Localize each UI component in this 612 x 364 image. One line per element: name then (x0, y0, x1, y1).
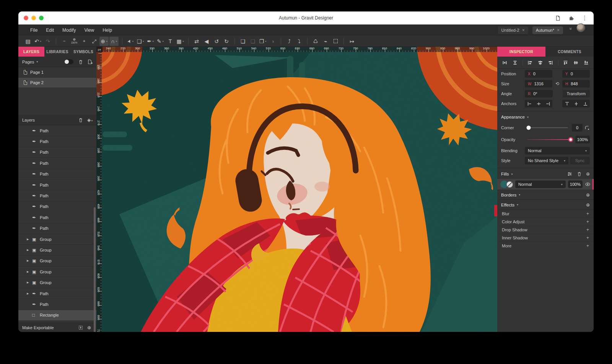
minimize-window-button[interactable] (31, 16, 36, 20)
layer-row[interactable]: Path (18, 299, 96, 310)
menu-item[interactable]: Help (98, 28, 116, 33)
layer-row[interactable]: Group (18, 277, 96, 288)
canvas[interactable]: 2402703003303603904204504805105405706006… (96, 47, 497, 332)
fills-header[interactable]: Fills▾ (497, 169, 594, 179)
pen-tool-icon[interactable]: ✒ ▾ (146, 37, 155, 46)
pages-toggle[interactable] (64, 59, 73, 64)
effect-row[interactable]: More (497, 242, 594, 250)
close-icon[interactable]: × (557, 28, 560, 33)
shape-tool-icon[interactable]: ❑ ▾ (136, 37, 145, 46)
menu-item[interactable]: File (26, 28, 42, 33)
group-icon[interactable]: ❏ ▾ (238, 37, 247, 46)
effects-header[interactable]: Effects▾ (497, 200, 594, 210)
layer-row[interactable]: Path (18, 180, 96, 190)
anchor-right-icon[interactable] (545, 101, 550, 106)
expand-arrow-icon[interactable] (27, 281, 32, 284)
transform-button[interactable]: Transform (563, 90, 590, 98)
corner-slider[interactable] (527, 127, 568, 128)
rotation-field[interactable]: R0° (525, 90, 553, 98)
chevron-double-icon[interactable]: » (568, 28, 574, 30)
page-row[interactable]: Page 1 (18, 67, 96, 78)
trash-icon[interactable] (78, 117, 83, 123)
position-x-field[interactable]: X0 (525, 70, 552, 78)
add-export-icon[interactable] (87, 325, 93, 330)
redo-icon[interactable]: ↷ ▾ (43, 37, 52, 46)
shared-style-dropdown[interactable]: No Shared Style▾ (525, 157, 568, 164)
left-panel-tab[interactable]: SYMBOLS (70, 47, 96, 57)
align-right-icon[interactable] (548, 60, 553, 65)
corner-value[interactable]: 0 (572, 124, 583, 132)
add-page-icon[interactable] (87, 59, 93, 65)
ungroup-icon[interactable]: ❏ ▾ (248, 37, 257, 46)
layer-row[interactable]: Path (18, 169, 96, 180)
close-icon[interactable]: × (522, 28, 525, 33)
trash-icon[interactable] (576, 171, 582, 177)
caret-down-icon[interactable]: ▾ (36, 60, 38, 63)
bring-forward-icon[interactable]: ⤴ ▾ (285, 37, 294, 46)
zoom-out-icon[interactable]: − ▾ (60, 37, 69, 46)
plus-icon[interactable] (586, 219, 589, 224)
export-icon[interactable]: ↦ ▾ (347, 37, 356, 46)
anchor-bottom-icon[interactable] (583, 101, 588, 106)
plus-icon[interactable] (586, 211, 589, 216)
document-tab[interactable]: Untitled-2 × (498, 26, 528, 34)
fill-opacity-value[interactable]: 100% (568, 180, 583, 188)
layer-row[interactable]: Path (18, 190, 96, 201)
opacity-slider[interactable] (527, 139, 571, 140)
plus-icon[interactable] (586, 243, 589, 249)
extension-puzzle-icon[interactable] (568, 15, 574, 21)
fill-options-icon[interactable] (567, 171, 573, 177)
plus-icon[interactable] (586, 235, 589, 240)
layers-scrollbar[interactable] (94, 207, 96, 332)
layer-row[interactable]: Path (18, 212, 96, 223)
expand-arrow-icon[interactable] (27, 249, 32, 252)
avatar[interactable] (576, 23, 585, 32)
expand-arrow-icon[interactable] (27, 292, 32, 295)
convert-icon[interactable]: ♺ ▾ (311, 37, 320, 46)
distribute-horizontal-icon[interactable] (502, 60, 508, 65)
layer-row[interactable]: Path (18, 158, 96, 169)
position-y-field[interactable]: Y0 (562, 70, 590, 78)
anchor-left-icon[interactable] (527, 101, 532, 106)
mask-icon[interactable]: ◑ ▾ (268, 37, 277, 46)
add-effect-icon[interactable] (586, 202, 590, 208)
marquee-icon[interactable]: ▾ (331, 37, 340, 46)
layer-row[interactable]: Path (18, 136, 96, 147)
align-left-icon[interactable] (527, 60, 533, 65)
layer-row[interactable]: Group (18, 245, 96, 255)
layer-row[interactable]: Path (18, 223, 96, 234)
add-border-icon[interactable] (586, 192, 590, 198)
rotate-ccw-icon[interactable]: ↺ ▾ (212, 37, 221, 46)
align-center-horizontal-icon[interactable] (537, 60, 543, 65)
fill-blend-dropdown[interactable]: Normal▾ (515, 180, 566, 188)
layer-row[interactable]: Group (18, 234, 96, 245)
align-top-icon[interactable] (563, 60, 568, 65)
left-panel-tab[interactable]: LIBRARIES (44, 47, 70, 57)
menu-item[interactable]: View (80, 28, 98, 33)
document-tab[interactable]: Autumun* × (532, 26, 563, 34)
effect-row[interactable]: Blur (497, 210, 594, 218)
maximize-window-button[interactable] (39, 16, 44, 20)
size-link-icon[interactable] (554, 81, 561, 86)
borders-header[interactable]: Borders▾ (497, 190, 594, 200)
anchor-middle-icon[interactable] (574, 101, 579, 106)
layer-row[interactable]: Path (18, 288, 96, 299)
page-info-icon[interactable] (555, 15, 561, 21)
undo-icon[interactable]: ↶ ▾ (33, 37, 42, 46)
text-tool-icon[interactable]: T ▾ (166, 37, 175, 46)
pointer-tool-icon[interactable]: ➤ ▾ (126, 37, 135, 46)
layer-row[interactable]: Path (18, 125, 96, 136)
zoom-tool-icon[interactable]: ⊕ ▾ (99, 37, 109, 46)
align-bottom-icon[interactable] (583, 60, 589, 65)
add-layer-icon[interactable] (87, 117, 93, 123)
blending-dropdown[interactable]: Normal▾ (525, 147, 590, 154)
send-backward-icon[interactable]: ⤵ ▾ (295, 37, 304, 46)
menu-item[interactable]: Edit (42, 28, 58, 33)
boolean-ops-icon[interactable]: ❐ ▾ (258, 37, 267, 46)
layer-row[interactable]: Group (18, 266, 96, 277)
appearance-header[interactable]: Appearance▾ (497, 112, 594, 122)
image-tool-icon[interactable]: ▦ ▾ (176, 37, 185, 46)
close-window-button[interactable] (24, 16, 28, 20)
sync-button[interactable]: Sync (570, 157, 590, 164)
flip-vertical-icon[interactable]: ◀ ▾ (202, 37, 211, 46)
